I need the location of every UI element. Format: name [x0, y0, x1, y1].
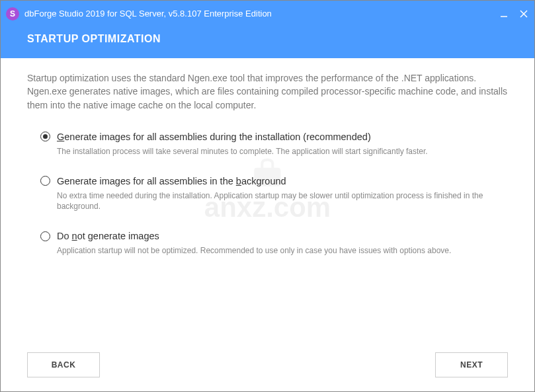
option-desc-generate-background: No extra time needed during the installa…	[57, 190, 508, 213]
option-desc-generate-install: The installation process will take sever…	[57, 146, 508, 157]
back-button[interactable]: BACK	[27, 352, 100, 377]
option-generate-background: Generate images for all assemblies in th…	[40, 176, 508, 213]
content-area: Startup optimization uses the standard N…	[1, 58, 534, 338]
titlebar: S dbForge Studio 2019 for SQL Server, v5…	[1, 1, 534, 26]
footer: BACK NEXT	[1, 338, 534, 391]
window-title: dbForge Studio 2019 for SQL Server, v5.8…	[24, 9, 499, 19]
option-generate-install: Generate images for all assemblies durin…	[40, 132, 508, 157]
option-no-generate: Do not generate images Application start…	[40, 231, 508, 256]
options-group: Generate images for all assemblies durin…	[27, 132, 508, 256]
app-icon: S	[6, 7, 19, 20]
option-label-no-generate[interactable]: Do not generate images	[57, 231, 159, 241]
installer-window: S dbForge Studio 2019 for SQL Server, v5…	[0, 0, 535, 392]
radio-generate-install[interactable]	[40, 132, 50, 141]
page-title: STARTUP OPTIMIZATION	[27, 33, 508, 45]
radio-no-generate[interactable]	[40, 231, 50, 241]
option-label-generate-install[interactable]: Generate images for all assemblies durin…	[57, 132, 371, 142]
option-label-generate-background[interactable]: Generate images for all assemblies in th…	[57, 176, 286, 186]
titlebar-controls	[499, 9, 529, 19]
page-header: STARTUP OPTIMIZATION	[1, 26, 534, 58]
option-desc-no-generate: Application startup will not be optimize…	[57, 245, 508, 256]
minimize-button[interactable]	[499, 9, 509, 19]
close-button[interactable]	[518, 9, 529, 19]
radio-generate-background[interactable]	[40, 176, 50, 186]
next-button[interactable]: NEXT	[435, 352, 508, 377]
description-text: Startup optimization uses the standard N…	[27, 71, 508, 112]
